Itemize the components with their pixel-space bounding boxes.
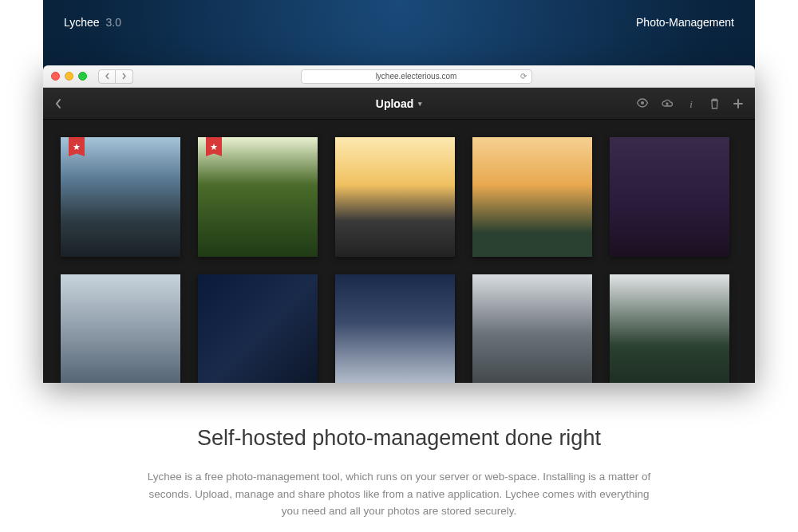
svg-text:i: i	[689, 98, 693, 109]
window-close-button[interactable]	[51, 72, 60, 81]
share-button[interactable]	[662, 98, 673, 109]
photo-grid: ★ ★	[43, 120, 755, 383]
trash-icon	[709, 98, 720, 109]
photo-thumbnail[interactable]	[610, 137, 729, 257]
photo-thumbnail[interactable]: ★	[61, 137, 180, 257]
toolbar-title-text: Upload	[376, 97, 413, 110]
info-button[interactable]: i	[685, 98, 697, 109]
browser-chrome: lychee.electerious.com ⟳	[43, 65, 755, 88]
info-icon: i	[685, 98, 697, 109]
visibility-button[interactable]	[636, 98, 649, 109]
browser-back-button[interactable]	[98, 69, 116, 84]
photo-thumbnail[interactable]	[610, 274, 729, 383]
photo-thumbnail[interactable]: ★	[198, 137, 318, 257]
hero-section: Lychee 3.0 Photo-Management	[43, 0, 755, 383]
toolbar-actions: i	[636, 98, 744, 109]
photo-thumbnail[interactable]	[472, 274, 592, 383]
page-headline: Self-hosted photo-management done right	[96, 426, 702, 451]
delete-button[interactable]	[709, 98, 720, 109]
star-badge-icon: ★	[206, 137, 222, 156]
cloud-upload-icon	[662, 98, 673, 109]
site-header: Lychee 3.0 Photo-Management	[43, 11, 755, 33]
photo-thumbnail[interactable]	[335, 137, 455, 257]
intro-section: Self-hosted photo-management done right …	[0, 383, 798, 532]
photo-thumbnail[interactable]	[472, 137, 592, 257]
photo-thumbnail[interactable]	[61, 274, 180, 383]
star-badge-icon: ★	[69, 137, 85, 156]
brand: Lychee 3.0	[64, 16, 121, 29]
browser-window: lychee.electerious.com ⟳ Upload ▾	[43, 65, 755, 383]
chevron-left-icon	[54, 98, 62, 109]
reload-icon[interactable]: ⟳	[520, 72, 527, 81]
app-toolbar: Upload ▾ i	[43, 88, 755, 120]
window-minimize-button[interactable]	[65, 72, 73, 81]
toolbar-title[interactable]: Upload ▾	[376, 97, 422, 110]
caret-down-icon: ▾	[418, 100, 422, 108]
window-zoom-button[interactable]	[78, 72, 87, 81]
brand-name: Lychee	[64, 16, 100, 29]
eye-icon	[636, 98, 649, 108]
address-bar[interactable]: lychee.electerious.com ⟳	[301, 69, 532, 84]
photo-thumbnail[interactable]	[198, 274, 318, 383]
nav-link-photo-management[interactable]: Photo-Management	[636, 16, 734, 29]
page-copy: Lychee is a free photo-management tool, …	[144, 468, 654, 520]
page: Lychee 3.0 Photo-Management	[0, 0, 798, 532]
photo-thumbnail[interactable]	[335, 274, 455, 383]
browser-forward-button[interactable]	[116, 69, 133, 84]
toolbar-back-button[interactable]	[54, 98, 62, 109]
svg-point-0	[641, 101, 644, 104]
plus-icon	[733, 98, 744, 109]
chevron-left-icon	[105, 73, 110, 80]
browser-nav-buttons	[98, 69, 133, 84]
brand-version: 3.0	[106, 16, 121, 29]
add-button[interactable]	[733, 98, 744, 109]
chevron-right-icon	[121, 73, 127, 80]
address-text: lychee.electerious.com	[376, 72, 457, 81]
